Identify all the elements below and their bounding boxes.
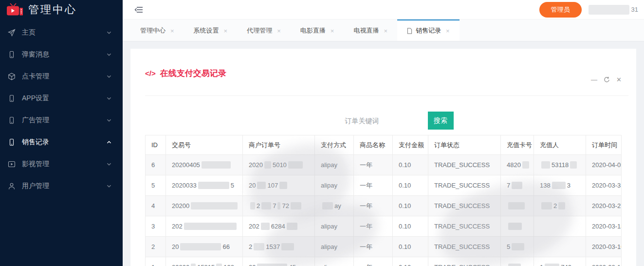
sidebar: 管理中心 主页弹窗消息点卡管理APP设置广告管理销售记录影视管理用户管理 <box>0 0 123 266</box>
close-icon[interactable]: ✕ <box>616 76 622 83</box>
chevron-down-icon <box>106 52 112 57</box>
sidebar-item-app-settings[interactable]: APP设置 <box>0 87 123 109</box>
redacted-value <box>216 264 222 266</box>
transactions-table: ID交易号商户订单号支付方式商品名称支付金额订单状态充值卡号充值人订单时间 62… <box>145 135 622 266</box>
table-cell: 7 <box>501 175 534 196</box>
chevron-down-icon <box>106 95 112 101</box>
column-header: 支付金额 <box>393 135 428 155</box>
user-account[interactable]: 31 <box>589 5 638 15</box>
chevron-down-icon <box>106 183 112 189</box>
table-cell <box>501 196 534 216</box>
mobile-icon <box>8 138 16 146</box>
table-cell: 20107 <box>243 175 315 196</box>
tab-label: 代理管理 <box>247 26 272 35</box>
table-cell: 2020-03-10 1 <box>586 237 622 257</box>
tab-movie-live[interactable]: 电影直播× <box>291 19 344 41</box>
redacted-value <box>291 202 301 209</box>
sidebar-item-sales-records[interactable]: 销售记录 <box>0 131 123 153</box>
table-cell <box>534 237 586 257</box>
redacted-value <box>257 264 287 266</box>
redacted-value <box>508 223 522 230</box>
table-cell: TRADE_SUCCESS <box>428 155 501 175</box>
table-cell: 0.10 <box>393 237 428 257</box>
cube-icon <box>8 72 16 80</box>
table-cell: 1 <box>146 257 166 266</box>
table-cell: alipay <box>315 237 354 257</box>
close-icon[interactable]: × <box>277 28 281 34</box>
panel-header: </> 在线支付交易记录 —✕ <box>130 49 636 95</box>
table-cell: TRADE_SUCCESS <box>428 196 501 216</box>
table-cell: 20205010 <box>243 155 315 175</box>
sidebar-item-label: 广告管理 <box>22 116 106 125</box>
table-cell: 2026284 <box>243 216 315 237</box>
minimize-icon[interactable]: — <box>591 76 597 83</box>
column-header: 充值卡号 <box>501 135 534 155</box>
redacted-value <box>541 202 552 209</box>
table-cell <box>534 216 586 237</box>
table-row: 120200153151022045alipay一年0.10TRADE_SUCC… <box>146 257 622 266</box>
table-row: 32022026284alipay一年0.10TRADE_SUCCESS2020… <box>146 216 622 237</box>
chevron-down-icon <box>106 161 112 167</box>
column-header: 交易号 <box>166 135 243 155</box>
redacted-value <box>184 223 237 230</box>
redacted-value <box>508 202 525 209</box>
admin-role-badge[interactable]: 管理员 <box>539 2 582 18</box>
sidebar-item-label: 弹窗消息 <box>22 50 106 59</box>
refresh-icon[interactable] <box>604 76 610 83</box>
table-cell: 2045 <box>243 257 315 266</box>
table-cell: 0.10 <box>393 196 428 216</box>
mobile-icon <box>8 94 16 102</box>
table-cell: 一年 <box>354 237 393 257</box>
user-icon <box>8 182 16 190</box>
page-title: 在线支付交易记录 <box>160 68 226 79</box>
app-title: 管理中心 <box>28 2 77 17</box>
table-cell: alipay <box>315 155 354 175</box>
tab-system-settings[interactable]: 系统设置× <box>184 19 238 41</box>
redacted-value <box>264 161 271 169</box>
table-cell: 0.10 <box>393 175 428 196</box>
table-cell: 0.10 <box>393 155 428 175</box>
table-cell: 20200335 <box>166 175 243 196</box>
table-cell: 1740 <box>534 257 586 266</box>
sidebar-item-ad-management[interactable]: 广告管理 <box>0 109 123 131</box>
mobile-icon <box>8 116 16 124</box>
tab-tv-live[interactable]: 电视直播× <box>344 19 397 41</box>
app-logo[interactable]: 管理中心 <box>0 0 123 19</box>
close-icon[interactable]: × <box>331 28 334 34</box>
table-cell: 一年 <box>354 216 393 237</box>
tab-label: 电影直播 <box>300 26 326 35</box>
tab-label: 销售记录 <box>416 26 441 35</box>
redacted-value <box>277 202 280 209</box>
tab-admin-center[interactable]: 管理中心× <box>130 19 184 41</box>
redacted-value <box>541 161 550 169</box>
redacted-value <box>558 202 565 209</box>
sidebar-item-home[interactable]: 主页 <box>0 21 123 43</box>
column-header: 商户订单号 <box>243 135 315 155</box>
sidebar-menu: 主页弹窗消息点卡管理APP设置广告管理销售记录影视管理用户管理 <box>0 19 123 197</box>
tab-agent-management[interactable]: 代理管理× <box>237 19 291 41</box>
sidebar-item-popup-messages[interactable]: 弹窗消息 <box>0 43 123 65</box>
redacted-value <box>191 264 196 266</box>
table-cell: 5 <box>501 237 534 257</box>
close-icon[interactable]: × <box>170 28 174 34</box>
redacted-value <box>508 264 521 266</box>
topbar-right: 管理员 31 <box>539 2 638 18</box>
sidebar-collapse-icon[interactable] <box>132 4 145 15</box>
panel-tools: —✕ <box>591 76 622 83</box>
sidebar-item-media-management[interactable]: 影视管理 <box>0 153 123 175</box>
redacted-value <box>279 182 287 189</box>
sidebar-item-user-management[interactable]: 用户管理 <box>0 175 123 197</box>
table-cell: 20200405 <box>166 155 243 175</box>
tab-sales-records[interactable]: 销售记录× <box>397 19 460 41</box>
search-input[interactable] <box>313 113 411 129</box>
table-cell: TRADE_SUCCESS <box>428 175 501 196</box>
table-cell: 4820 <box>501 155 534 175</box>
table-cell: 2772 <box>243 196 315 216</box>
close-icon[interactable]: × <box>446 28 450 34</box>
close-icon[interactable]: × <box>384 28 387 34</box>
close-icon[interactable]: × <box>224 28 228 34</box>
table-cell: 一年 <box>354 196 393 216</box>
sidebar-item-card-management[interactable]: 点卡管理 <box>0 65 123 87</box>
search-button[interactable]: 搜索 <box>428 112 454 130</box>
table-cell: 2066 <box>166 237 243 257</box>
